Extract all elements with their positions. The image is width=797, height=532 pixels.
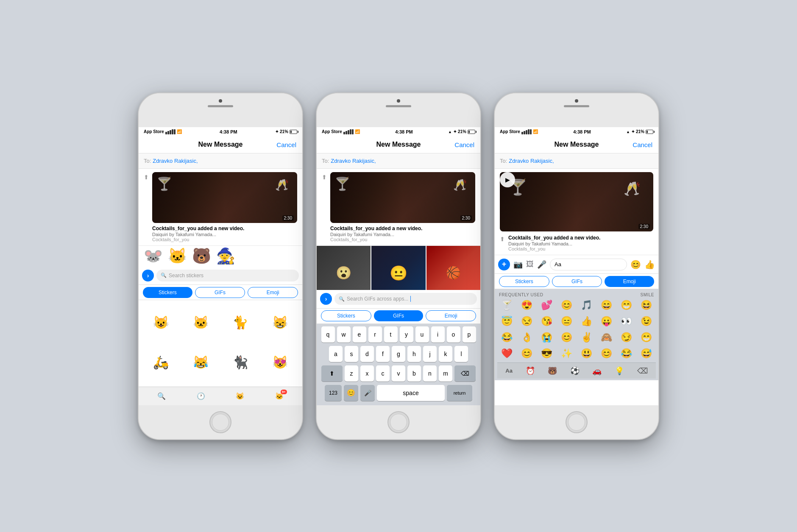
emoji-item[interactable]: 😅 [637,346,656,361]
sticker-item[interactable]: 😹 [182,343,220,382]
key-w[interactable]: w [337,326,351,343]
mic-icon[interactable]: 🎤 [537,260,546,269]
emoji-bottom-aa[interactable]: Aa [505,368,513,374]
emoji-item[interactable]: 👀 [617,314,636,329]
key-m[interactable]: m [439,365,452,382]
key-a[interactable]: a [329,346,343,362]
emoji-item[interactable]: 😂 [617,346,636,361]
sticker-item[interactable]: 🐱 [142,383,180,386]
emoji-item[interactable]: 👌 [517,330,536,345]
emoji-item[interactable]: 😄 [597,298,616,312]
emoji-bottom-ball[interactable]: ⚽ [570,366,580,376]
key-emoji[interactable]: 😊 [344,385,358,401]
sticker-item[interactable]: 😺 [142,304,180,342]
gif-item[interactable]: 🏀 [426,246,480,290]
video-play-button[interactable]: ▶ [500,172,515,187]
emoji-item[interactable]: 😁 [617,298,636,312]
key-u[interactable]: u [415,326,429,343]
cancel-button[interactable]: Cancel [633,141,652,148]
key-g[interactable]: g [392,346,405,362]
key-k[interactable]: k [439,346,452,362]
tab-emoji[interactable]: Emoji [426,310,476,321]
gif-item[interactable]: 😮 📈 Trending [317,246,371,290]
camera-toolbar-icon[interactable]: 📷 [513,260,523,269]
side-button-power[interactable] [302,174,303,204]
key-p[interactable]: p [463,326,476,343]
home-button[interactable] [387,411,410,433]
emoji-item[interactable]: 😍 [517,298,536,312]
key-mic[interactable]: 🎤 [360,385,375,401]
cancel-button[interactable]: Cancel [454,141,474,148]
key-r[interactable]: r [368,326,382,343]
gif-search-bar[interactable]: 🔍 Search GIFs across apps... [334,293,477,305]
emoji-item[interactable]: 👍 [577,314,596,329]
emoji-item[interactable]: 😇 [497,314,516,329]
key-h[interactable]: h [407,346,421,362]
share-icon[interactable]: ⬆ [144,172,149,181]
key-c[interactable]: c [376,365,390,382]
emoji-item[interactable]: 🎵 [577,298,596,312]
key-i[interactable]: i [431,326,445,343]
side-button-power[interactable] [480,174,481,204]
key-space[interactable]: space [377,385,445,401]
photo-icon[interactable]: 🖼 [526,260,534,269]
add-pack-icon[interactable]: 🐱 9+ [275,392,284,400]
sticker-preview-1[interactable]: 🐭 [144,248,163,264]
emoji-item[interactable]: 😭 [537,330,556,345]
sticker-item[interactable]: 🐈‍⬛ [221,343,259,382]
tab-emoji[interactable]: Emoji [248,287,298,298]
sticker-item[interactable]: 😻 [261,343,299,382]
like-button[interactable]: 👍 [644,259,655,270]
key-b[interactable]: b [407,365,421,382]
emoji-item[interactable]: 😎 [537,346,556,361]
gif-item[interactable]: 😐 [371,246,425,290]
emoji-item[interactable]: 💕 [537,298,556,312]
key-t[interactable]: t [384,326,398,343]
key-s[interactable]: s [345,346,358,362]
emoji-item[interactable]: 😘 [537,314,556,329]
key-shift[interactable]: ⬆ [321,365,343,382]
emoji-item[interactable]: 😃 [577,346,596,361]
sticker-item[interactable]: 🎂 [261,383,299,386]
emoji-item[interactable]: ✨ [557,346,576,361]
key-d[interactable]: d [360,346,374,362]
home-button[interactable] [209,411,231,433]
emoji-item[interactable]: 😛 [597,314,616,329]
message-input[interactable]: Aa [550,259,627,270]
tab-emoji[interactable]: Emoji [605,276,654,287]
emoji-item[interactable]: 😏 [617,330,636,345]
key-f[interactable]: f [376,346,390,362]
emoji-bottom-bulb[interactable]: 💡 [615,366,624,376]
tab-stickers[interactable]: Stickers [499,276,549,287]
sticker-item[interactable]: 😽 [182,383,220,386]
key-j[interactable]: j [423,346,437,362]
emoji-item[interactable]: 😒 [517,314,536,329]
sticker-preview-3[interactable]: 🐻 [192,248,211,264]
emoji-item[interactable]: 😁 [637,330,656,345]
emoji-item[interactable]: 😊 [597,346,616,361]
sticker-item[interactable]: 😸 [261,304,299,342]
sticker-item[interactable]: 🛵 [142,343,180,382]
emoji-item[interactable]: 😊 [517,346,536,361]
emoji-bottom-clock[interactable]: ⏰ [526,366,535,376]
recipient-name[interactable]: Zdravko Rakijasic, [331,158,376,164]
emoji-item[interactable]: 😊 [557,298,576,312]
emoji-item[interactable]: 😆 [637,298,656,312]
tab-stickers[interactable]: Stickers [321,310,371,321]
sticker-preview-2[interactable]: 🐱 [168,248,187,264]
key-q[interactable]: q [321,326,335,343]
emoji-bottom-bear[interactable]: 🐻 [548,366,557,376]
key-e[interactable]: e [353,326,366,343]
emoji-bottom-car[interactable]: 🚗 [592,366,602,376]
tab-gifs[interactable]: GIFs [374,310,424,321]
emoji-item[interactable]: ❤️ [497,346,516,361]
home-button[interactable] [566,411,588,433]
tab-stickers[interactable]: Stickers [143,287,192,298]
side-button-power[interactable] [658,174,659,204]
sticker-pack-icon[interactable]: 😺 [236,392,244,400]
key-n[interactable]: n [423,365,437,382]
sticker-search-bar[interactable]: 🔍 Search stickers [156,270,299,281]
share-icon[interactable]: ⬆ [500,235,505,242]
emoji-bottom-delete[interactable]: ⌫ [637,366,648,376]
key-y[interactable]: y [400,326,413,343]
